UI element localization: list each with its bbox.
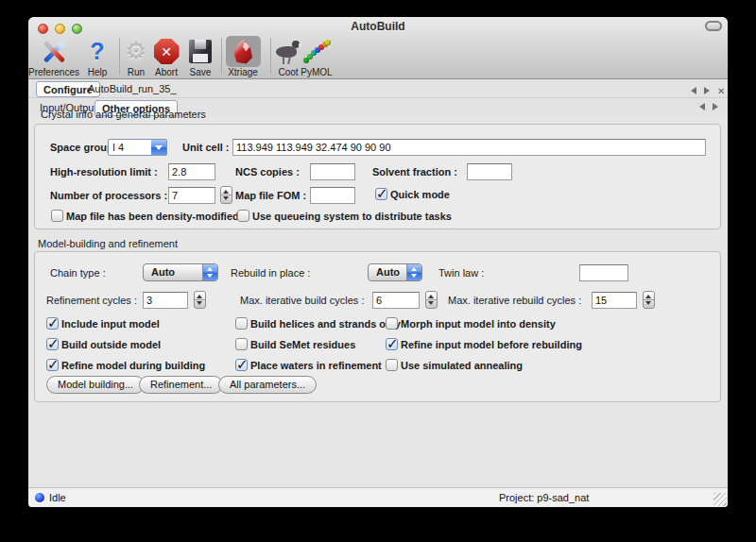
toolbar: Preferences Help Run Abort Save <box>28 34 728 79</box>
refine-before-checkbox[interactable] <box>386 338 398 350</box>
window-title: AutoBuild <box>28 20 728 33</box>
density-modified-checkbox[interactable] <box>51 210 63 222</box>
quick-mode-label: Quick mode <box>390 189 450 201</box>
crystal-section-box: Space group : I 4 Unit cell : High-resol… <box>34 124 721 229</box>
tab-close-icon[interactable] <box>717 85 725 96</box>
model-section-box: Chain type : Auto Rebuild in place : Aut… <box>34 251 721 402</box>
tab-scroll-left-icon[interactable] <box>691 87 696 94</box>
build-helices-checkbox[interactable] <box>235 317 248 330</box>
autobuild-window: AutoBuild Preferences Help Run Abort <box>28 17 728 507</box>
include-input-model-checkbox[interactable] <box>46 317 59 330</box>
morph-input-checkbox[interactable] <box>386 317 398 330</box>
queueing-checkbox[interactable] <box>237 210 249 222</box>
build-outside-checkbox[interactable] <box>46 338 59 350</box>
refinement-button[interactable]: Refinement... <box>139 376 223 394</box>
build-cycles-label: Max. iterative build cycles : <box>240 292 364 309</box>
simulated-annealing-checkbox[interactable] <box>386 359 398 371</box>
solvent-fraction-field[interactable] <box>467 163 512 180</box>
refine-during-label: Refine model during building <box>61 360 205 372</box>
refine-during-checkbox[interactable] <box>46 359 59 371</box>
chain-type-popup[interactable]: Auto <box>143 263 218 281</box>
pymol-rainbow-icon <box>303 40 330 64</box>
xtriage-crystal-icon <box>233 40 252 64</box>
refine-before-label: Refine input model before rebuilding <box>401 339 582 351</box>
refinement-cycles-stepper[interactable] <box>194 291 206 309</box>
rebuild-cycles-field[interactable] <box>592 292 637 309</box>
quick-mode-checkbox[interactable] <box>375 188 387 200</box>
tab-scroll-right-icon[interactable] <box>704 87 710 94</box>
resize-grip[interactable] <box>713 493 727 506</box>
place-waters-label: Place waters in refinement <box>250 360 382 372</box>
map-file-fom-field[interactable] <box>310 187 355 204</box>
include-input-model-label: Include input model <box>61 318 160 330</box>
refinement-cycles-label: Refinement cycles : <box>46 292 137 309</box>
processors-label: Number of processors : <box>50 187 167 204</box>
morph-input-label: Morph input model into density <box>401 318 556 330</box>
subtab-nav-controls <box>699 103 718 110</box>
build-cycles-stepper[interactable] <box>425 291 438 309</box>
chain-type-label: Chain type : <box>50 264 106 281</box>
model-building-button[interactable]: Model building... <box>46 376 145 394</box>
ncs-copies-field[interactable] <box>310 163 355 180</box>
refinement-cycles-field[interactable] <box>143 292 188 309</box>
all-parameters-button[interactable]: All parameters... <box>218 376 317 394</box>
processors-field[interactable] <box>168 187 215 204</box>
rebuild-in-place-label: Rebuild in place : <box>231 264 310 281</box>
chain-type-value: Auto <box>151 264 175 280</box>
toolbar-label: PyMOL <box>283 67 351 77</box>
high-resolution-label: High-resolution limit : <box>50 163 158 180</box>
unit-cell-field[interactable] <box>232 139 706 156</box>
place-waters-checkbox[interactable] <box>235 359 248 371</box>
twin-law-label: Twin law : <box>438 264 484 281</box>
simulated-annealing-label: Use simulated annealing <box>401 360 523 372</box>
options-panel: Crystal info and general parameters Spac… <box>28 117 728 487</box>
processors-stepper[interactable] <box>220 186 232 204</box>
unit-cell-label: Unit cell : <box>182 139 230 156</box>
build-cycles-field[interactable] <box>372 292 420 309</box>
toolbar-button-pymol[interactable]: PyMOL <box>283 36 351 77</box>
semet-checkbox[interactable] <box>235 338 248 350</box>
high-resolution-field[interactable] <box>168 163 215 180</box>
status-indicator-icon <box>35 493 44 502</box>
tab-nav-controls <box>691 85 725 96</box>
solvent-fraction-label: Solvent fraction : <box>372 163 457 180</box>
subtab-scroll-right-icon[interactable] <box>713 103 718 110</box>
chevron-down-icon[interactable] <box>151 140 166 155</box>
main-tab-bar: Configure AutoBuild_run_35_ <box>28 79 728 98</box>
popup-arrows-icon[interactable] <box>202 264 217 280</box>
space-group-value: I 4 <box>112 140 124 155</box>
status-text: Idle <box>49 492 66 503</box>
semet-label: Build SeMet residues <box>250 339 355 351</box>
tab-autobuild-run[interactable]: AutoBuild_run_35_ <box>81 81 183 97</box>
rebuild-in-place-popup[interactable]: Auto <box>368 263 422 281</box>
rebuild-in-place-value: Auto <box>376 264 400 280</box>
popup-arrows-icon[interactable] <box>406 264 421 280</box>
toolbar-toggle-button[interactable] <box>705 21 722 31</box>
window-chrome: AutoBuild Preferences Help Run Abort <box>28 17 728 79</box>
status-bar: Idle Project: p9-sad_nat <box>28 487 728 507</box>
project-label: Project: p9-sad_nat <box>499 492 589 503</box>
space-group-combo[interactable]: I 4 <box>108 139 167 156</box>
model-section-title: Model-building and refinement <box>38 238 178 249</box>
subtab-scroll-left-icon[interactable] <box>699 103 705 110</box>
build-outside-label: Build outside model <box>61 339 161 351</box>
map-file-fom-label: Map file FOM : <box>235 187 306 204</box>
rebuild-cycles-label: Max. iterative rebuild cycles : <box>448 292 581 309</box>
title-bar[interactable]: AutoBuild <box>28 17 728 34</box>
crystal-section-title: Crystal info and general parameters <box>41 109 206 120</box>
density-modified-label: Map file has been density-modified <box>66 211 239 223</box>
build-helices-label: Build helices and strands only <box>250 318 401 330</box>
queueing-label: Use queueing system to distribute tasks <box>252 211 452 223</box>
ncs-copies-label: NCS copies : <box>235 163 300 180</box>
twin-law-field[interactable] <box>579 264 628 281</box>
rebuild-cycles-stepper[interactable] <box>643 291 655 309</box>
